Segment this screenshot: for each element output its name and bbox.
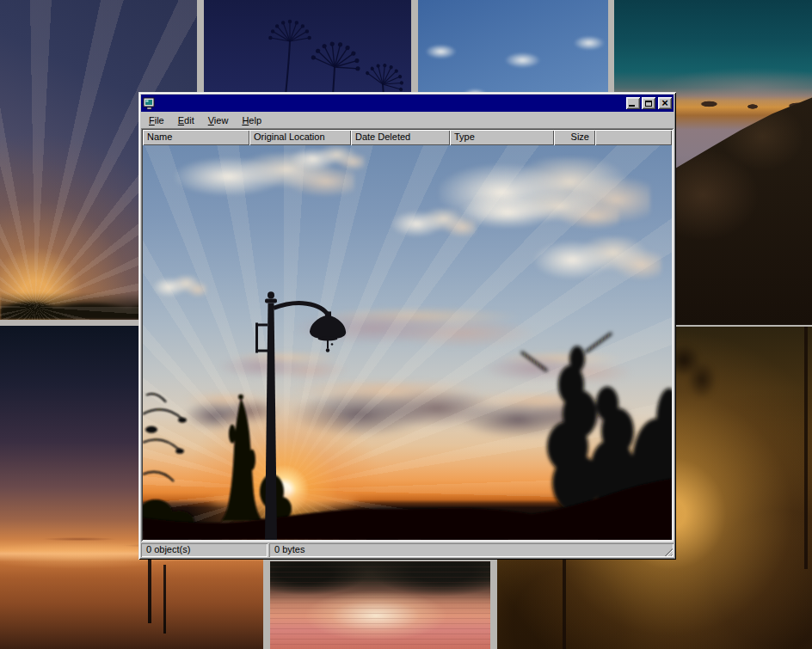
maximize-button[interactable] xyxy=(642,97,655,109)
file-list-area[interactable] xyxy=(143,145,672,540)
window-controls: × xyxy=(624,97,672,109)
column-header-size[interactable]: Size xyxy=(554,130,595,145)
column-header-date-deleted[interactable]: Date Deleted xyxy=(351,130,450,145)
computer-icon[interactable] xyxy=(143,97,156,110)
column-header-type[interactable]: Type xyxy=(450,130,554,145)
menu-bar: File Edit View Help xyxy=(141,112,674,128)
left-branches-silhouette xyxy=(143,394,182,481)
menu-file[interactable]: File xyxy=(142,113,171,127)
column-header-name[interactable]: Name xyxy=(143,130,249,145)
menu-view[interactable]: View xyxy=(201,113,236,127)
status-object-count: 0 object(s) xyxy=(141,543,268,557)
wallpaper-tile-water-reflection xyxy=(270,561,490,649)
recycle-bin-window: × File Edit View Help Name Original Loca… xyxy=(138,92,676,560)
menu-help[interactable]: Help xyxy=(235,113,268,127)
water-pole-silhouette xyxy=(163,565,166,634)
column-header-row: Name Original Location Date Deleted Type… xyxy=(143,130,672,145)
menu-edit[interactable]: Edit xyxy=(171,113,201,127)
left-branch-leaves xyxy=(145,418,187,454)
column-header-original-location[interactable]: Original Location xyxy=(249,130,351,145)
minimize-icon xyxy=(629,105,635,107)
list-view-panel: Name Original Location Date Deleted Type… xyxy=(141,128,674,542)
desktop: { "colors": { "titlebar": "#000080", "ch… xyxy=(0,0,812,649)
sunset-foreground-silhouettes xyxy=(143,145,672,540)
close-icon: × xyxy=(661,99,668,107)
water-pole-silhouette xyxy=(148,553,151,623)
status-size: 0 bytes xyxy=(269,543,674,557)
title-bar[interactable]: × xyxy=(141,95,674,112)
status-size-text: 0 bytes xyxy=(274,544,304,554)
close-button[interactable]: × xyxy=(658,97,672,109)
column-header-filler[interactable] xyxy=(595,130,672,145)
maximize-icon xyxy=(645,101,652,107)
pole-silhouette xyxy=(804,327,808,569)
minimize-button[interactable] xyxy=(626,97,640,109)
resize-grip[interactable] xyxy=(662,546,673,556)
status-bar: 0 object(s) 0 bytes xyxy=(141,543,674,557)
